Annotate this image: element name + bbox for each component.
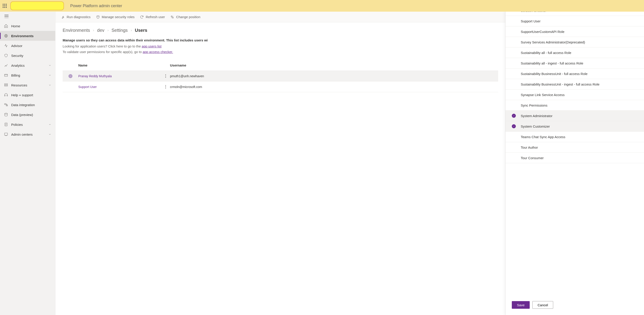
sidebar-item-label: Data integration	[11, 103, 35, 107]
role-checkbox[interactable]	[512, 61, 516, 65]
role-label: Sync Permissions	[521, 103, 547, 107]
breadcrumb-settings[interactable]: Settings	[112, 28, 128, 33]
role-item[interactable]: Tour Consumer	[506, 153, 644, 163]
refresh-icon	[140, 15, 144, 19]
role-label: Survey Services Administrator(Deprecated…	[521, 40, 585, 44]
sidebar-item-environments[interactable]: Environments	[0, 31, 55, 41]
cmd-label: Refresh user	[146, 15, 165, 19]
breadcrumb-users: Users	[135, 28, 148, 33]
sidebar-item-advisor[interactable]: Advisor	[0, 41, 55, 51]
sidebar-item-home[interactable]: Home	[0, 21, 55, 31]
sidebar-item-data-integration[interactable]: Data integration	[0, 100, 55, 110]
row-selected-icon[interactable]	[68, 74, 72, 78]
role-checkbox[interactable]	[512, 114, 516, 118]
sidebar-item-resources[interactable]: Resources	[0, 80, 55, 90]
role-checkbox[interactable]	[512, 82, 516, 86]
wrench-icon	[61, 15, 65, 19]
breadcrumb: EnvironmentsdevSettingsUsers	[63, 28, 498, 33]
role-item[interactable]: Sync Permissions	[506, 100, 644, 111]
card-icon	[4, 73, 8, 77]
breadcrumb-environments[interactable]: Environments	[63, 28, 90, 33]
role-label: Tour Consumer	[521, 156, 544, 160]
cmd-refresh-user[interactable]: Refresh user	[140, 15, 165, 19]
role-label: System Customizer	[521, 125, 550, 128]
main-content: Run diagnosticsManage security rolesRefr…	[56, 12, 505, 315]
role-checkbox[interactable]	[512, 72, 516, 76]
role-item[interactable]: Solution Checker	[506, 12, 644, 16]
role-checkbox[interactable]	[512, 156, 516, 160]
role-checkbox[interactable]	[512, 103, 516, 107]
role-checkbox[interactable]	[512, 145, 516, 149]
app-launcher-icon[interactable]	[3, 4, 7, 8]
cmd-manage-security-roles[interactable]: Manage security roles	[96, 15, 135, 19]
cancel-button[interactable]: Cancel	[532, 301, 553, 309]
role-item[interactable]: Sustainability all - ingest - full acces…	[506, 58, 644, 69]
cmd-label: Manage security roles	[102, 15, 135, 19]
user-name-link[interactable]: Pranay Reddy Muthyala	[78, 74, 112, 78]
role-checkbox[interactable]	[512, 40, 516, 44]
user-name-link[interactable]: Support User	[78, 85, 97, 89]
role-checkbox[interactable]	[512, 19, 516, 23]
role-checkbox[interactable]	[512, 30, 516, 34]
sidebar-item-security[interactable]: Security	[0, 51, 55, 61]
role-label: Teams Chat Sync App Access	[521, 135, 565, 139]
highlight-annotation	[10, 1, 64, 10]
row-more-icon[interactable]	[165, 85, 166, 88]
column-header-name[interactable]: Name	[76, 63, 161, 67]
app-users-list-link[interactable]: app users list	[142, 44, 162, 48]
role-item[interactable]: Support User	[506, 16, 644, 27]
sidebar-item-help-support[interactable]: Help + support	[0, 90, 55, 100]
breadcrumb-dev[interactable]: dev	[97, 28, 104, 33]
role-checkbox[interactable]	[512, 135, 516, 139]
sidebar-item-admin-centers[interactable]: Admin centers	[0, 129, 55, 139]
sidebar-item-label: Help + support	[11, 93, 33, 97]
role-item[interactable]: Sustainability BusinessUnit - full acces…	[506, 69, 644, 79]
row-more-icon[interactable]	[165, 74, 166, 78]
role-item[interactable]: Survey Services Administrator(Deprecated…	[506, 37, 644, 48]
role-item[interactable]: System Customizer	[506, 121, 644, 132]
chevron-down-icon	[48, 83, 51, 87]
panel-footer: Save Cancel	[506, 297, 644, 315]
data-icon	[4, 113, 8, 117]
app-access-checker-link[interactable]: app access checker.	[143, 50, 173, 54]
sidebar-item-label: Admin centers	[11, 133, 33, 136]
role-item[interactable]: SupportUserCustomAPI Role	[506, 27, 644, 37]
home-icon	[4, 24, 8, 28]
sidebar-item-label: Policies	[11, 123, 23, 127]
shield-person-icon	[96, 15, 100, 19]
app-users-hint-text: Looking for application users? Click her…	[63, 44, 142, 48]
sidebar-item-label: Advisor	[11, 44, 22, 48]
table-row[interactable]: Pranay Reddy Muthyala pmuth1@unh.newhave…	[63, 71, 498, 82]
table-row[interactable]: Support User crmoln@microsoft.com	[63, 82, 498, 92]
role-item[interactable]: Teams Chat Sync App Access	[506, 132, 644, 142]
role-item[interactable]: Sustainability BusinessUnit - ingest - f…	[506, 79, 644, 90]
role-checkbox[interactable]	[512, 124, 516, 128]
access-checker-hint-text: To validate user permissions for specifi…	[63, 50, 143, 54]
collapse-nav-button[interactable]	[0, 12, 55, 21]
sidebar-item-data-preview-[interactable]: Data (preview)	[0, 110, 55, 120]
role-item[interactable]: Synapse Link Service Access	[506, 90, 644, 100]
cmd-run-diagnostics[interactable]: Run diagnostics	[61, 15, 90, 19]
pulse-icon	[4, 44, 8, 48]
role-checkbox[interactable]	[512, 51, 516, 55]
role-checkbox[interactable]	[512, 93, 516, 97]
role-label: Sustainability all - full access Role	[521, 51, 571, 55]
role-label: Tour Author	[521, 146, 538, 149]
user-username: pmuth1@unh.newhaven	[170, 74, 496, 78]
save-button[interactable]: Save	[512, 301, 530, 309]
column-header-username[interactable]: Username	[170, 63, 496, 67]
sidebar-item-policies[interactable]: Policies	[0, 120, 55, 129]
chevron-right-icon	[107, 28, 110, 33]
role-item[interactable]: System Administrator	[506, 111, 644, 121]
role-label: System Administrator	[521, 114, 552, 118]
cmd-change-position[interactable]: Change position	[170, 15, 200, 19]
role-item[interactable]: Tour Author	[506, 142, 644, 153]
sidebar-item-analytics[interactable]: Analytics	[0, 61, 55, 70]
role-label: Sustainability BusinessUnit - ingest - f…	[521, 82, 600, 86]
role-item[interactable]: Sustainability all - full access Role	[506, 48, 644, 58]
role-checkbox[interactable]	[512, 12, 516, 13]
dataint-icon	[4, 103, 8, 107]
sidebar-item-label: Home	[11, 24, 20, 28]
sidebar-item-billing[interactable]: Billing	[0, 70, 55, 80]
swap-icon	[170, 15, 174, 19]
